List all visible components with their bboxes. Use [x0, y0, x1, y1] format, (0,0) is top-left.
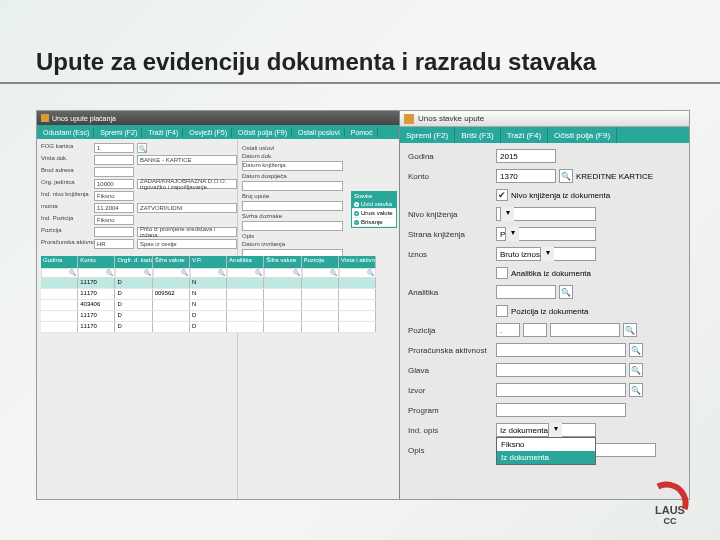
stavke-header: Stavke	[352, 192, 396, 200]
inp-nivo[interactable]: ▾	[496, 207, 596, 221]
chk-poz[interactable]	[496, 305, 508, 317]
fld-datumdok[interactable]: Datum knjiženja	[242, 161, 343, 171]
inp-program[interactable]	[496, 403, 626, 417]
tb-trazi[interactable]: Traži (F4)	[144, 128, 183, 137]
inp-brod[interactable]	[94, 167, 134, 177]
fld-svrha[interactable]	[242, 221, 343, 231]
lbl-akt: Proračunska aktivnost	[41, 239, 91, 249]
lbl-fog: FOG kartica	[41, 143, 91, 153]
fld-broj[interactable]	[242, 201, 343, 211]
inp-vrsta[interactable]	[94, 155, 134, 165]
table-row[interactable]: 11170DN	[41, 278, 376, 289]
lbl-opis: Opis	[242, 233, 343, 239]
konto-ref: KREDITNE KARTICE	[576, 172, 653, 181]
tb-ocisti[interactable]: Očisti polja (F9)	[234, 128, 292, 137]
ref-poz: Prilo iz promjene sredstava i izdana	[137, 227, 237, 237]
inp-fog[interactable]: 1	[94, 143, 134, 153]
ref-spis: Spas iz cesije	[137, 239, 237, 249]
inp-poz-a[interactable]: .	[496, 323, 520, 337]
stavke-item-1[interactable]: +Unos valute	[352, 209, 396, 218]
inp-poz-c[interactable]	[550, 323, 620, 337]
search-icon[interactable]: 🔍	[629, 383, 643, 397]
inp-indpoz[interactable]: Fiksno	[94, 215, 134, 225]
lbl-broj: Broj upute	[242, 193, 343, 199]
lbl-nivo: Nivo knjiženja	[408, 210, 490, 219]
chevron-down-icon[interactable]: ▾	[505, 227, 519, 241]
table-row[interactable]: 11170DD	[41, 322, 376, 333]
lbl-datumdok: Datum dok.	[242, 153, 343, 159]
sel-indopis[interactable]: Iz dokumenta▾ Fiksno Iz dokumenta	[496, 423, 681, 437]
inp-org[interactable]: 10000	[94, 179, 134, 189]
dropdown-option[interactable]: Fiksno	[497, 438, 595, 451]
dlg-brisi[interactable]: Briši (F3)	[455, 127, 500, 143]
inp-prorac[interactable]	[496, 343, 626, 357]
search-icon[interactable]: 🔍	[623, 323, 637, 337]
chk-nivo[interactable]: ✔	[496, 189, 508, 201]
lbl-glava: Glava	[408, 366, 490, 375]
inp-anal[interactable]	[496, 285, 556, 299]
dlg-trazi[interactable]: Traži (F4)	[501, 127, 548, 143]
table-header: GodinaKontoOrgfr. d. kadaŠifra valuteV.P…	[41, 256, 376, 268]
search-icon[interactable]: 🔍	[559, 285, 573, 299]
ref-org: ZADAR/KRAJOBRAZNA D.O.O. trgovačko i zap…	[137, 179, 237, 189]
inp-iznos[interactable]: Bruto iznos▾	[496, 247, 596, 261]
chevron-down-icon[interactable]: ▾	[548, 423, 562, 437]
table-row[interactable]: 403406DN	[41, 300, 376, 311]
inp-poz[interactable]	[94, 227, 134, 237]
dialog-toolbar[interactable]: Spremi (F2) Briši (F3) Traži (F4) Očisti…	[400, 127, 689, 143]
table-row[interactable]: 11170DD	[41, 311, 376, 322]
inp-strana[interactable]: P▾	[496, 227, 596, 241]
mag-icon[interactable]: 🔍	[137, 143, 147, 153]
lbl-izvrs: Datum izvršenja	[242, 241, 343, 247]
lbl-vrsta: Vrsta dok.	[41, 155, 91, 165]
dialog-unos-stavke: Unos stavke upute Spremi (F2) Briši (F3)…	[399, 111, 689, 499]
chk-anal[interactable]	[496, 267, 508, 279]
dropdown-option[interactable]: Iz dokumenta	[497, 451, 595, 464]
fld-datumdosp[interactable]	[242, 181, 343, 191]
lbl-prorac: Proračunska aktivnost	[408, 346, 490, 355]
app-window: Unos upute plaćanja Odustani (Esc) Sprem…	[36, 110, 690, 500]
dropdown-list[interactable]: Fiksno Iz dokumenta	[496, 437, 596, 465]
tb-odustani[interactable]: Odustani (Esc)	[39, 128, 94, 137]
inp-izvor[interactable]	[496, 383, 626, 397]
table-filter[interactable]: 🔍🔍🔍🔍🔍🔍🔍🔍🔍	[41, 268, 376, 278]
inp-poza[interactable]: HR	[94, 239, 134, 249]
lbl-indopis: Ind. opis	[408, 426, 490, 435]
dlg-spremi[interactable]: Spremi (F2)	[400, 127, 455, 143]
inp-monta[interactable]: 11.2004	[94, 203, 134, 213]
lbl-godina: Godina	[408, 152, 490, 161]
dialog-body: Godina 2015 Konto 1370🔍KREDITNE KARTICE …	[400, 143, 689, 463]
dlg-ocisti[interactable]: Očisti polja (F9)	[548, 127, 617, 143]
inp-poz-b[interactable]	[523, 323, 547, 337]
inp-konto[interactable]: 1370	[496, 169, 556, 183]
tb-ostali[interactable]: Ostali poslovi	[294, 128, 345, 137]
tb-pomoc[interactable]: Pomoć	[347, 128, 378, 137]
inp-glava[interactable]	[496, 363, 626, 377]
chevron-down-icon[interactable]: ▾	[540, 247, 554, 261]
dialog-titlebar: Unos stavke upute	[400, 111, 689, 127]
lbl-nivo-ck: Nivo knjiženja iz dokumenta	[511, 191, 610, 200]
inp-indknj[interactable]: Fiksno	[94, 191, 134, 201]
lbl-brod: Brod adresa	[41, 167, 91, 177]
dialog-icon	[404, 114, 414, 124]
search-icon[interactable]: 🔍	[629, 343, 643, 357]
inp-godina[interactable]: 2015	[496, 149, 556, 163]
tb-spremi[interactable]: Spremi (F2)	[96, 128, 142, 137]
stavke-item-2[interactable]: –Brisanje	[352, 218, 396, 227]
lbl-opis: Opis	[408, 446, 490, 455]
window-title: Unos upute plaćanja	[52, 115, 116, 122]
lbl-poz-ck: Pozicija iz dokumenta	[511, 307, 588, 316]
stavke-item-0[interactable]: +Uvid stavka	[352, 200, 396, 209]
logo: LAUS CC	[648, 482, 692, 526]
lbl-org: Org. jedinica	[41, 179, 91, 189]
lbl-poz: Pozicija	[408, 326, 490, 335]
lbl-konto: Konto	[408, 172, 490, 181]
lbl-iznos: Iznos	[408, 250, 490, 259]
app-icon	[41, 114, 49, 122]
chevron-down-icon[interactable]: ▾	[500, 207, 514, 221]
search-icon[interactable]: 🔍	[629, 363, 643, 377]
table-row[interactable]: 11170D009562N	[41, 289, 376, 300]
dialog-title: Unos stavke upute	[418, 114, 484, 123]
search-icon[interactable]: 🔍	[559, 169, 573, 183]
tb-osvjezi[interactable]: Osvježi (F5)	[185, 128, 232, 137]
